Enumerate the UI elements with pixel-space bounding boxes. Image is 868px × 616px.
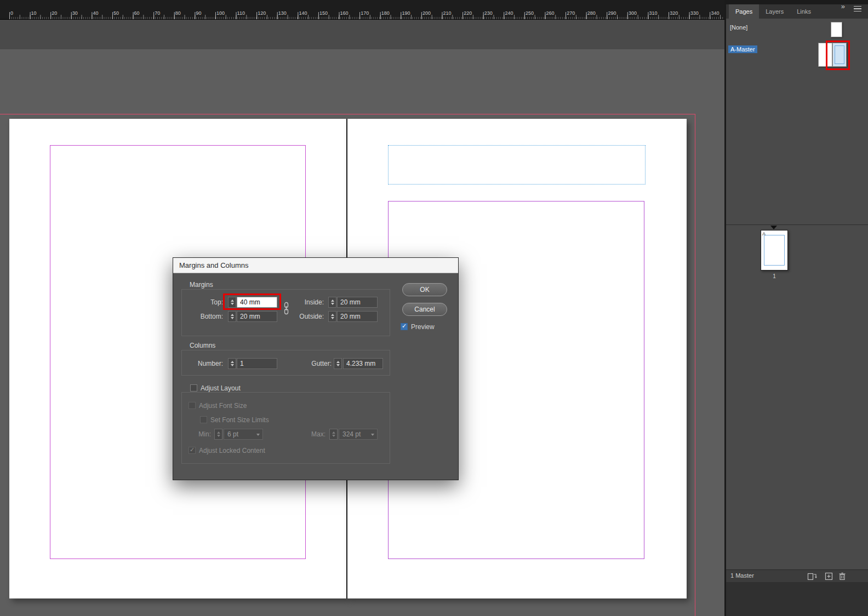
master-spread-right-thumbnail[interactable] [832,43,847,67]
cancel-button[interactable]: Cancel [402,303,447,316]
columns-group-legend: Columns [190,342,215,349]
ruler-tick-label: 130 [278,10,287,16]
ruler-tick-label: 270 [567,10,575,16]
gutter-stepper[interactable] [334,358,342,369]
columns-number-label: Number: [184,358,223,369]
spread-arrow-icon [770,226,777,229]
preview-label: Preview [411,323,435,331]
ruler-tick-label: 20 [52,10,57,16]
ruler-tick-label: 210 [443,10,452,16]
ruler-tick-label: 110 [237,10,245,16]
adjust-font-size-checkbox [189,402,196,409]
ruler-tick-label: 140 [299,10,307,16]
indesign-workspace: 0102030405060708090100110120130140150160… [0,0,868,616]
link-margins-icon[interactable] [283,302,290,317]
ruler-tick-label: 30 [72,10,78,16]
margins-group-legend: Margins [190,281,213,289]
page-thumbnail-margin-guides [764,235,785,266]
adjust-locked-content-checkbox [189,447,196,454]
tab-links[interactable]: Links [790,4,818,19]
ruler-tick-label: 260 [546,10,555,16]
set-font-size-limits-checkbox [200,416,207,423]
ruler-tick-label: 220 [464,10,472,16]
create-new-page-icon[interactable] [825,572,833,583]
top-margin-label: Top: [184,297,223,308]
edit-page-size-icon[interactable] [807,572,817,583]
ruler-tick-label: 50 [113,10,119,16]
ruler-tick-label: 80 [175,10,181,16]
ruler-tick-label: 90 [196,10,201,16]
tab-layers[interactable]: Layers [759,4,790,19]
outside-margin-stepper[interactable] [328,311,336,322]
ok-button[interactable]: OK [402,283,447,296]
ruler-tick-label: 340 [711,10,719,16]
inside-margin-input[interactable] [337,297,378,308]
master-spread-left-thumbnail[interactable] [818,43,832,67]
pasteboard-top-band [0,20,724,49]
adjust-layout-label: Adjust Layout [201,384,241,392]
ruler-tick-label: 320 [670,10,678,16]
ruler-tick-label: 40 [93,10,98,16]
outside-margin-label: Outside: [285,311,324,322]
collapse-panels-icon[interactable]: » [841,2,845,10]
ruler-tick-label: 70 [155,10,160,16]
ruler-tick-label: 160 [340,10,349,16]
panels-dock: PagesLayersLinks » [None] A-Master A 1 1… [726,0,868,616]
columns-number-input[interactable] [237,358,277,369]
delete-page-icon[interactable] [838,572,846,583]
panel-tabbar: PagesLayersLinks [726,4,868,19]
ruler-tick-label: 300 [629,10,637,16]
pages-item-none[interactable]: [None] [730,24,747,31]
pages-panel-divider [726,224,868,225]
ruler-tick-label: 230 [484,10,493,16]
top-margin-stepper[interactable] [228,297,236,308]
margins-and-columns-dialog: Margins and Columns Margins Top: Inside:… [173,257,459,480]
bleed-guide-right [695,114,695,616]
gutter-label: Gutter: [299,358,332,369]
max-combo: 324 pt [339,429,378,440]
outside-margin-input[interactable] [337,311,378,322]
horizontal-ruler[interactable]: 0102030405060708090100110120130140150160… [0,0,724,20]
document-page-thumbnail[interactable]: A [761,230,788,270]
ruler-tick-label: 100 [216,10,225,16]
top-margin-input[interactable] [237,297,277,308]
dialog-titlebar[interactable]: Margins and Columns [173,258,458,273]
bottom-margin-input[interactable] [237,311,277,322]
ruler-tick-label: 170 [361,10,369,16]
panel-menu-icon[interactable] [854,6,861,11]
bleed-guide-top [0,114,695,114]
ruler-tick-label: 290 [608,10,616,16]
bottom-margin-label: Bottom: [184,311,223,322]
none-page-thumbnail[interactable] [831,22,842,37]
inside-margin-stepper[interactable] [328,297,336,308]
ruler-tick-label: 150 [319,10,328,16]
min-stepper [214,429,222,440]
max-stepper [329,429,338,440]
inside-margin-label: Inside: [285,297,324,308]
ruler-tick-label: 240 [505,10,513,16]
page-number-label: 1 [761,273,788,279]
pages-panel-footer: 1 Master [726,569,868,582]
min-combo: 6 pt [224,429,263,440]
master-prefix-label: A [762,231,766,237]
set-font-size-limits-label: Set Font Size Limits [210,416,269,424]
tab-pages[interactable]: Pages [729,4,759,19]
adjust-layout-checkbox[interactable] [190,384,197,392]
max-label: Max: [301,429,326,440]
columns-number-stepper[interactable] [228,358,236,369]
panel-bottom-fill [726,582,868,616]
adjust-font-size-label: Adjust Font Size [199,402,247,410]
preview-checkbox[interactable] [401,323,408,330]
ruler-tick-label: 200 [422,10,431,16]
gutter-input[interactable] [343,358,383,369]
ruler-tick-label: 10 [31,10,37,16]
text-frame-guide [388,145,646,185]
min-label: Min: [189,429,211,440]
ruler-tick-label: 0 [10,10,13,16]
ruler-tick-label: 280 [587,10,596,16]
ruler-tick-label: 250 [526,10,534,16]
bottom-margin-stepper[interactable] [228,311,236,322]
pages-item-a-master[interactable]: A-Master [728,45,757,53]
ruler-tick-label: 310 [649,10,658,16]
ruler-tick-label: 180 [381,10,390,16]
